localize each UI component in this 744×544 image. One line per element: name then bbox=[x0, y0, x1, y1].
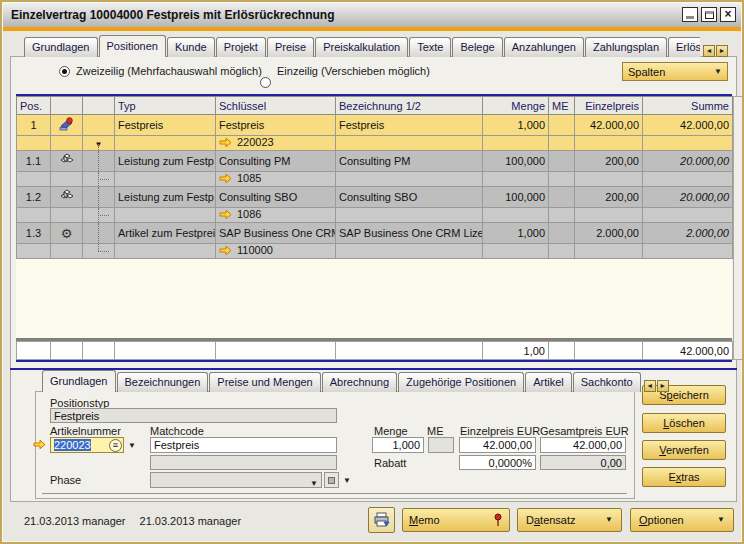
header-icon[interactable] bbox=[51, 97, 83, 115]
cell-summe[interactable]: 2.000,00 bbox=[643, 223, 733, 244]
cell-pos[interactable]: 1.3 bbox=[17, 223, 51, 244]
matchcode-input[interactable]: Festpreis bbox=[150, 437, 337, 453]
table-row-1[interactable]: 1 Festpreis Festpreis Festpreis 1,000 42… bbox=[17, 115, 733, 136]
item-code-link[interactable]: 1085 bbox=[237, 172, 261, 184]
cell-schluessel[interactable]: Consulting SBO bbox=[216, 187, 336, 208]
detail-tab-zugehoerige-positionen[interactable]: Zugehörige Positionen bbox=[398, 372, 524, 392]
phase-extra-dropdown-icon[interactable]: ▼ bbox=[343, 476, 351, 485]
phase-detail-button[interactable] bbox=[324, 472, 339, 488]
item-code-link[interactable]: 220023 bbox=[237, 136, 274, 148]
link-arrow-icon[interactable] bbox=[219, 173, 232, 186]
link-arrow-icon[interactable] bbox=[219, 245, 232, 258]
item-code-link[interactable]: 1086 bbox=[237, 208, 261, 220]
cell-me[interactable] bbox=[549, 223, 575, 244]
cell-me[interactable] bbox=[549, 187, 575, 208]
table-row-1-1-link[interactable]: 1085 bbox=[17, 172, 733, 187]
cell-einzelpreis[interactable]: 200,00 bbox=[575, 187, 643, 208]
choose-from-list-icon[interactable]: ≡ bbox=[109, 439, 122, 452]
cell-pos[interactable]: 1 bbox=[17, 115, 51, 136]
artikelnummer-dropdown-icon[interactable]: ▼ bbox=[128, 441, 136, 450]
link-arrow-icon[interactable] bbox=[33, 439, 46, 450]
tab-zahlungsplan[interactable]: Zahlungsplan bbox=[585, 37, 667, 57]
cell-einzelpreis[interactable]: 42.000,00 bbox=[575, 115, 643, 136]
tab-grundlagen[interactable]: Grundlagen bbox=[24, 37, 98, 57]
cell-schluessel[interactable]: Festpreis bbox=[216, 115, 336, 136]
loeschen-button[interactable]: Löschen bbox=[642, 413, 726, 433]
detail-tab-scroll-left-icon[interactable]: ◄ bbox=[644, 380, 656, 392]
menge-input[interactable]: 1,000 bbox=[372, 437, 424, 453]
detail-tab-artikel[interactable]: Artikel bbox=[525, 372, 572, 392]
tab-anzahlungen[interactable]: Anzahlungen bbox=[504, 37, 584, 57]
tab-texte[interactable]: Texte bbox=[409, 37, 451, 57]
restore-button[interactable] bbox=[701, 7, 717, 22]
table-row-1-2-link[interactable]: 1086 bbox=[17, 208, 733, 223]
tab-kunde[interactable]: Kunde bbox=[167, 37, 215, 57]
title-bar[interactable]: Einzelvertrag 10004000 Festpreis mit Erl… bbox=[3, 3, 741, 27]
tab-scroll-left-icon[interactable]: ◄ bbox=[703, 45, 715, 57]
link-arrow-icon[interactable] bbox=[219, 209, 232, 222]
cell-bezeichnung[interactable]: Consulting SBO bbox=[336, 187, 483, 208]
detail-tab-abrechnung[interactable]: Abrechnung bbox=[322, 372, 397, 392]
gesamtpreis-input[interactable]: 42.000,00 bbox=[540, 437, 626, 453]
table-row-1-link[interactable]: ▼ 220023 bbox=[17, 136, 733, 151]
radio-einzeilig[interactable] bbox=[260, 77, 271, 88]
detail-tab-bezeichnungen[interactable]: Bezeichnungen bbox=[117, 372, 209, 392]
cell-pos[interactable]: 1.2 bbox=[17, 187, 51, 208]
rabatt-input[interactable]: 0,0000% bbox=[459, 455, 536, 470]
datensatz-dropdown[interactable]: Datensatz ▼ bbox=[517, 508, 622, 532]
table-row-1-1[interactable]: 1.1 Leistung zum Festp Consulting PM Con… bbox=[17, 151, 733, 172]
radio-zweizeilig[interactable] bbox=[59, 66, 70, 77]
header-pos[interactable]: Pos. bbox=[17, 97, 51, 115]
artikelnummer-input[interactable]: 220023 ≡ bbox=[50, 437, 124, 453]
tab-preise[interactable]: Preise bbox=[267, 37, 314, 57]
cell-pos[interactable]: 1.1 bbox=[17, 151, 51, 172]
tab-positionen[interactable]: Positionen bbox=[99, 35, 166, 57]
extras-button[interactable]: Extras bbox=[642, 467, 726, 487]
optionen-dropdown[interactable]: Optionen ▼ bbox=[630, 508, 734, 532]
phase-dropdown[interactable]: ▼ bbox=[150, 472, 322, 488]
cell-schluessel[interactable]: SAP Business One CRM bbox=[216, 223, 336, 244]
detail-tab-preise-und-mengen[interactable]: Preise und Mengen bbox=[209, 372, 320, 392]
header-bezeichnung[interactable]: Bezeichnung 1/2 bbox=[336, 97, 483, 115]
table-row-1-3[interactable]: 1.3 ⚙ Artikel zum Festprei SAP Business … bbox=[17, 223, 733, 244]
tab-projekt[interactable]: Projekt bbox=[216, 37, 266, 57]
cell-summe[interactable]: 20.000,00 bbox=[643, 187, 733, 208]
memo-button[interactable]: Memo bbox=[402, 508, 510, 532]
cell-typ[interactable]: Festpreis bbox=[115, 115, 216, 136]
close-button[interactable]: × bbox=[720, 7, 736, 22]
cell-menge[interactable]: 100,000 bbox=[483, 151, 549, 172]
cell-einzelpreis[interactable]: 2.000,00 bbox=[575, 223, 643, 244]
cell-einzelpreis[interactable]: 200,00 bbox=[575, 151, 643, 172]
header-typ[interactable]: Typ bbox=[115, 97, 216, 115]
header-einzelpreis[interactable]: Einzelpreis bbox=[575, 97, 643, 115]
cell-bezeichnung[interactable]: Festpreis bbox=[336, 115, 483, 136]
cell-typ[interactable]: Leistung zum Festp bbox=[115, 187, 216, 208]
minimize-button[interactable] bbox=[682, 7, 698, 22]
print-layout-button[interactable] bbox=[368, 507, 395, 533]
tab-belege[interactable]: Belege bbox=[452, 37, 502, 57]
item-code-link[interactable]: 110000 bbox=[237, 244, 273, 256]
einzelpreis-input[interactable]: 42.000,00 bbox=[459, 437, 536, 453]
tab-erloesnachrechnung[interactable]: Erlösnach bbox=[668, 37, 700, 57]
cell-menge[interactable]: 100,000 bbox=[483, 187, 549, 208]
cell-typ[interactable]: Artikel zum Festprei bbox=[115, 223, 216, 244]
cell-bezeichnung[interactable]: SAP Business One CRM Lizenz bbox=[336, 223, 483, 244]
header-tree[interactable] bbox=[83, 97, 115, 115]
cell-summe[interactable]: 20.000,00 bbox=[643, 151, 733, 172]
cell-menge[interactable]: 1,000 bbox=[483, 223, 549, 244]
header-me[interactable]: ME bbox=[549, 97, 575, 115]
verwerfen-button[interactable]: Verwerfen bbox=[642, 440, 726, 460]
grid-scrollbar[interactable] bbox=[733, 96, 743, 360]
cell-summe[interactable]: 42.000,00 bbox=[643, 115, 733, 136]
tab-scroll-right-icon[interactable]: ► bbox=[716, 45, 728, 57]
tab-preiskalkulation[interactable]: Preiskalkulation bbox=[315, 37, 408, 57]
table-row-1-3-link[interactable]: 110000 bbox=[17, 244, 733, 259]
link-arrow-icon[interactable] bbox=[219, 137, 232, 150]
header-summe[interactable]: Summe bbox=[643, 97, 733, 115]
cell-bezeichnung[interactable]: Consulting PM bbox=[336, 151, 483, 172]
detail-tab-sachkonto[interactable]: Sachkonto bbox=[573, 372, 641, 392]
cell-me[interactable] bbox=[549, 115, 575, 136]
header-menge[interactable]: Menge bbox=[483, 97, 549, 115]
cell-schluessel[interactable]: Consulting PM bbox=[216, 151, 336, 172]
cell-menge[interactable]: 1,000 bbox=[483, 115, 549, 136]
